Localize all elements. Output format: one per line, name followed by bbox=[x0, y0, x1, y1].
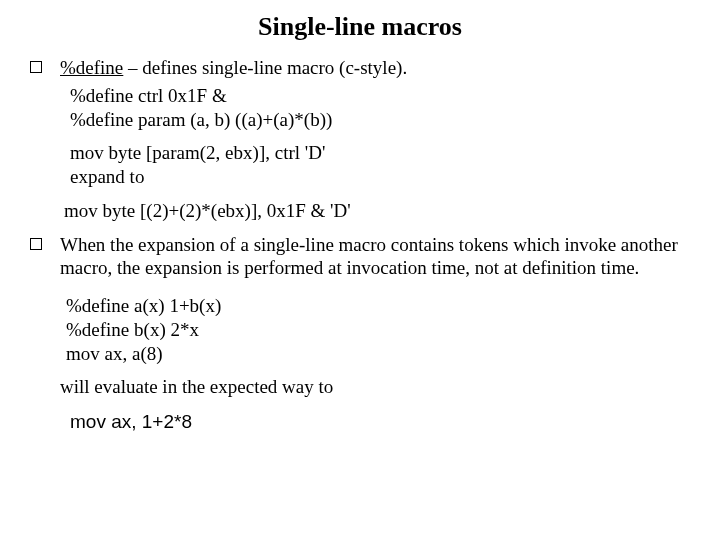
code-line: %define ctrl 0x1F & bbox=[70, 84, 690, 108]
code-line: expand to bbox=[70, 165, 690, 189]
final-result: mov ax, 1+2*8 bbox=[70, 411, 690, 433]
bullet-item-2: When the expansion of a single-line macr… bbox=[30, 233, 690, 281]
spacer bbox=[30, 284, 690, 294]
square-bullet-icon bbox=[30, 61, 42, 73]
code-line: %define param (a, b) ((a)+(a)*(b)) bbox=[70, 108, 690, 132]
code-line: mov byte [param(2, ebx)], ctrl 'D' bbox=[70, 141, 690, 165]
bullet-1-rest: – defines single-line macro (c-style). bbox=[123, 57, 407, 78]
slide-title: Single-line macros bbox=[30, 12, 690, 42]
square-bullet-icon bbox=[30, 238, 42, 250]
code-line: %define a(x) 1+b(x) bbox=[66, 294, 690, 318]
bullet-1-text: %define – defines single-line macro (c-s… bbox=[60, 56, 407, 80]
code-block-2: mov byte [param(2, ebx)], ctrl 'D' expan… bbox=[70, 141, 690, 189]
expanded-result: mov byte [(2)+(2)*(ebx)], 0x1F & 'D' bbox=[64, 199, 690, 223]
bullet-2-text: When the expansion of a single-line macr… bbox=[60, 233, 690, 281]
eval-text: will evaluate in the expected way to bbox=[60, 375, 690, 399]
code-line: %define b(x) 2*x bbox=[66, 318, 690, 342]
code-block-1: %define ctrl 0x1F & %define param (a, b)… bbox=[70, 84, 690, 132]
bullet-item-1: %define – defines single-line macro (c-s… bbox=[30, 56, 690, 80]
slide-container: Single-line macros %define – defines sin… bbox=[0, 0, 720, 540]
code-block-3: %define a(x) 1+b(x) %define b(x) 2*x mov… bbox=[66, 294, 690, 365]
define-keyword: %define bbox=[60, 57, 123, 78]
code-line: mov ax, a(8) bbox=[66, 342, 690, 366]
